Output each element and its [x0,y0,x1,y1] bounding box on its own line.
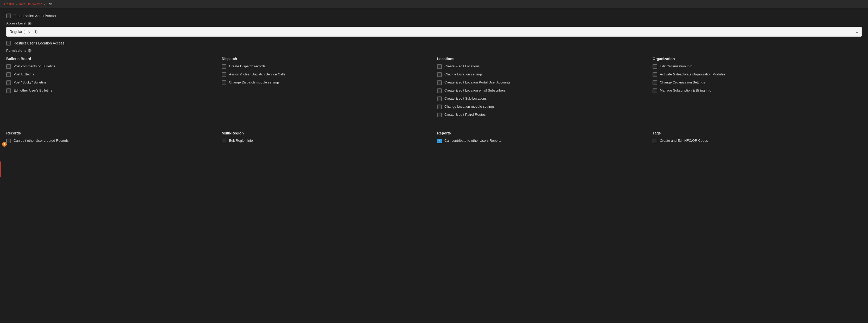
perm-item: Create & edit Patrol Routes [437,112,646,117]
breadcrumb-edit: Edit [46,2,52,6]
access-level-section: Access Level ? Regular (Level 1) Manager… [6,21,862,37]
access-level-help-icon[interactable]: ? [28,22,31,25]
perm-checkbox[interactable] [653,139,657,143]
permissions-grid: Bulletin BoardPost comments on Bulletins… [6,57,862,121]
perm-checkbox[interactable] [222,139,226,143]
perm-item: Post Bulletins [6,72,215,77]
perm-item-label: Create & edit Sub-Locations [444,96,487,101]
perm-section-title: Locations [437,57,646,61]
perm-item-label: Post "Sticky" Bulletins [13,80,46,85]
perm-checkbox[interactable] [6,72,11,77]
restrict-location-checkbox[interactable] [6,41,11,45]
perm-item: Post "Sticky" Bulletins [6,80,215,85]
perm-column-dispatch: DispatchCreate Dispatch recordsAssign & … [222,57,431,121]
section-divider [6,126,862,126]
perm-checkbox[interactable] [222,80,226,85]
perm-item-label: Create & edit Location Portal User Accou… [444,80,510,85]
perm-section-title: Dispatch [222,57,431,61]
perm-column-organization: OrganizationEdit Organization InfoActiva… [653,57,862,121]
perm-checkbox[interactable] [437,139,442,143]
sidebar-indicator [0,162,1,177]
perm-checkbox[interactable] [222,64,226,69]
breadcrumb-user[interactable]: Jake Hallsworth [19,2,42,6]
perm-item: Create & edit Location Portal User Accou… [437,80,646,85]
restrict-location-row: Restrict User's Location Access [6,41,862,45]
perm-item-label: Manage Subscription & Billing Info [660,88,711,93]
perm-item-label: Change Location settings [444,72,483,77]
permissions-title: Permissions [6,49,26,53]
perm-item-label: Create & edit Location email Subscribers [444,88,506,93]
perm-item-label: Can contribute to other Users Reports [444,138,501,143]
perm-checkbox[interactable] [653,80,657,85]
perm-item-label: Edit Region info [229,138,253,143]
perm-checkbox[interactable] [653,89,657,93]
restrict-location-label: Restrict User's Location Access [13,41,65,45]
access-level-label: Access Level ? [6,21,862,25]
perm-item: Change Location settings [437,72,646,77]
perm-item-label: Assign & clear Dispatch Service Calls [229,72,285,77]
perm-section-title: Records [6,131,215,135]
access-level-select[interactable]: Regular (Level 1) Manager (Level 2) Admi… [6,27,862,37]
perm-section-title: Multi-Region [222,131,431,135]
perm-item-label: Change Dispatch module settings [229,80,279,85]
perm-item-label: Edit other User's Bulletins [13,88,52,93]
bottom-permissions-grid: RecordsCan edit other User created Recor… [6,131,862,147]
top-bar: Roster › Jake Hallsworth › Edit [0,0,868,8]
perm-section-title: Reports [437,131,646,135]
perm-item: Post comments on Bulletins [6,64,215,69]
perm-item-label: Create Dispatch records [229,64,266,69]
perm-item: Change Dispatch module settings [222,80,431,85]
perm-checkbox[interactable] [6,80,11,85]
perm-item-label: Post comments on Bulletins [13,64,55,69]
perm-section-title: Bulletin Board [6,57,215,61]
perm-item: Create and Edit NFC/QR Codes [653,138,862,143]
perm-item-label: Change Organization Settings [660,80,705,85]
perm-item: Assign & clear Dispatch Service Calls [222,72,431,77]
perm-item: Create & edit Locations [437,64,646,69]
perm-item: Create & edit Sub-Locations [437,96,646,101]
perm-item: Can edit other User created Records [6,138,215,143]
perm-checkbox[interactable] [437,64,442,69]
perm-item-label: Create & edit Locations [444,64,479,69]
perm-checkbox[interactable] [6,89,11,93]
perm-item: Manage Subscription & Billing Info [653,88,862,93]
perm-item-label: Edit Organization Info [660,64,692,69]
org-admin-label: Organization Administrator [13,14,57,18]
perm-item: Edit Region info [222,138,431,143]
breadcrumb-sep-2: › [44,2,45,6]
perm-item-label: Change Location module settings [444,104,495,109]
perm-checkbox[interactable] [6,64,11,69]
perm-column-records: RecordsCan edit other User created Recor… [6,131,215,147]
access-level-text: Access Level [6,21,26,25]
perm-item: Change Organization Settings [653,80,862,85]
permissions-help-icon[interactable]: ? [28,49,31,53]
perm-checkbox[interactable] [437,72,442,77]
perm-item: Activate & deactivate Organization Modul… [653,72,862,77]
perm-column-reports: ReportsCan contribute to other Users Rep… [437,131,646,147]
breadcrumb-sep-1: › [16,2,17,6]
main-content: Organization Administrator Access Level … [0,8,868,152]
perm-checkbox[interactable] [653,64,657,69]
perm-checkbox[interactable] [653,72,657,77]
perm-item: Edit Organization Info [653,64,862,69]
perm-checkbox[interactable] [6,139,11,143]
perm-item: Create Dispatch records [222,64,431,69]
perm-checkbox[interactable] [437,112,442,117]
perm-item-label: Create & edit Patrol Routes [444,112,486,117]
perm-item-label: Post Bulletins [13,72,34,77]
perm-section-title: Tags [653,131,862,135]
breadcrumb-roster[interactable]: Roster [4,2,14,6]
org-admin-checkbox[interactable] [6,13,11,18]
perm-checkbox[interactable] [437,104,442,109]
perm-checkbox[interactable] [437,96,442,101]
perm-item: Can contribute to other Users Reports [437,138,646,143]
perm-checkbox[interactable] [222,72,226,77]
perm-checkbox[interactable] [437,89,442,93]
permissions-header: Permissions ? [6,49,862,53]
perm-checkbox[interactable] [437,80,442,85]
perm-column-locations: LocationsCreate & edit LocationsChange L… [437,57,646,121]
perm-item-label: Can edit other User created Records [13,138,69,143]
perm-column-multi-region: Multi-RegionEdit Region info [222,131,431,147]
breadcrumb: Roster › Jake Hallsworth › Edit [4,2,864,6]
perm-item-label: Activate & deactivate Organization Modul… [660,72,725,77]
